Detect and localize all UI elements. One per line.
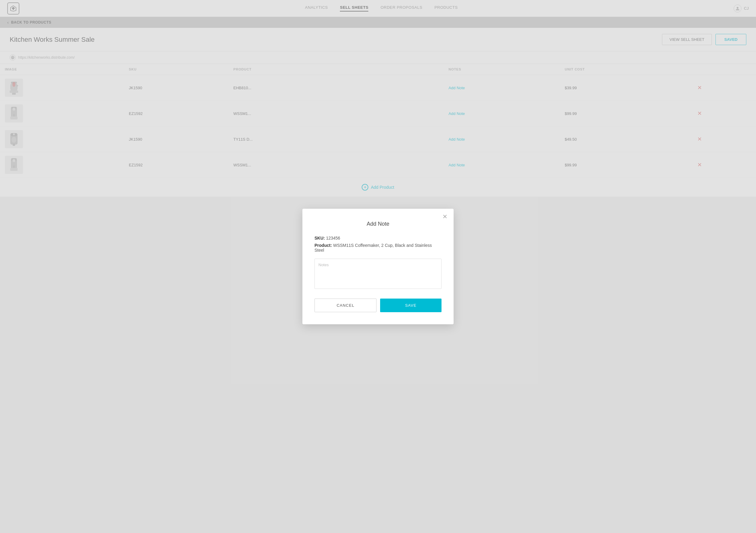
sku-value-text: 123456 xyxy=(326,236,340,240)
cancel-button[interactable]: CANCEL xyxy=(314,298,376,312)
modal-actions: CANCEL SAVE xyxy=(314,298,442,312)
modal-close-button[interactable]: ✕ xyxy=(443,213,447,220)
modal-product-field: Product: WSSM11S Coffeemaker, 2 Cup, Bla… xyxy=(314,243,442,253)
product-value-text: WSSM11S Coffeemaker, 2 Cup, Black and St… xyxy=(314,243,432,253)
notes-textarea-wrapper xyxy=(314,259,442,290)
add-note-modal: ✕ Add Note SKU: 123456 Product: WSSM11S … xyxy=(302,209,454,324)
modal-sku-field: SKU: 123456 xyxy=(314,236,442,240)
save-button[interactable]: SAVE xyxy=(380,298,442,312)
modal-title: Add Note xyxy=(314,221,442,227)
notes-textarea[interactable] xyxy=(314,259,442,289)
product-label: Product: xyxy=(314,243,332,248)
sku-label: SKU: xyxy=(314,236,325,240)
modal-overlay: ✕ Add Note SKU: 123456 Product: WSSM11S … xyxy=(0,0,756,533)
